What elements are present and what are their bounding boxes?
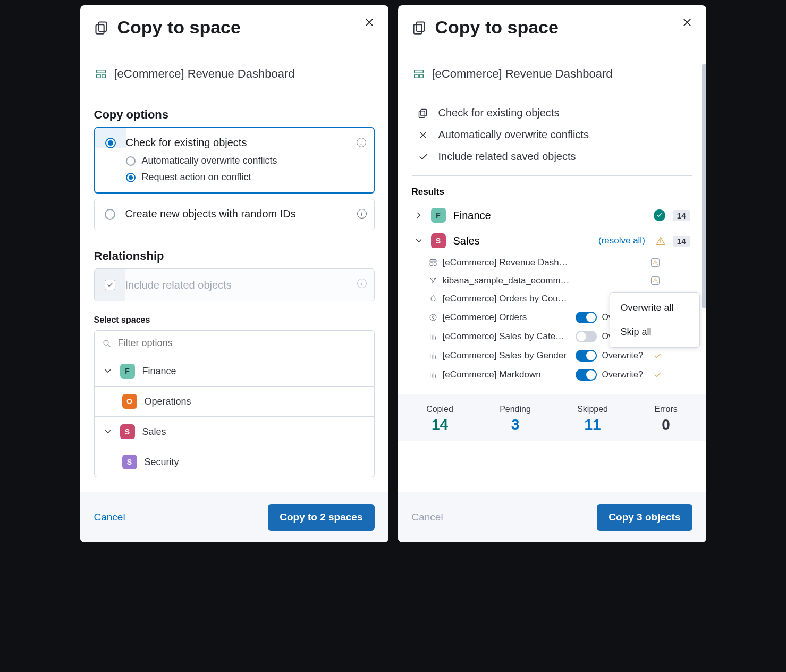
- object-type-icon: [429, 371, 437, 379]
- overwrite-label: Overwrite?: [602, 351, 648, 360]
- object-label: [eCommerce] Revenue Dash…: [443, 257, 570, 268]
- copy-to-space-panel-step1: Copy to space [eCommerce] Revenue Dashbo…: [80, 5, 388, 542]
- filter-spaces-input[interactable]: [117, 337, 367, 349]
- space-row-finance[interactable]: F Finance: [95, 356, 374, 387]
- filter-spaces-input-wrapper[interactable]: [94, 330, 375, 356]
- svg-point-20: [432, 282, 434, 283]
- suboption-request-action[interactable]: Request action on conflict: [126, 172, 366, 183]
- space-label: Operations: [145, 396, 191, 407]
- panel-header: Copy to space: [80, 5, 388, 54]
- panel-footer: Cancel Copy 3 objects: [398, 492, 706, 542]
- svg-rect-0: [98, 22, 106, 31]
- svg-point-17: [655, 264, 655, 264]
- overwrite-switch[interactable]: [576, 369, 597, 381]
- svg-rect-12: [419, 111, 425, 117]
- copy-submit-button[interactable]: Copy to 2 spaces: [268, 504, 374, 531]
- overwrite-label: Overwrite?: [602, 370, 648, 380]
- svg-rect-3: [96, 74, 100, 78]
- object-label: [eCommerce] Sales by Cate…: [443, 331, 570, 342]
- x-icon: [418, 130, 428, 140]
- space-row-sales[interactable]: S Sales: [95, 417, 374, 447]
- source-object-name: [eCommerce] Revenue Dashboard: [114, 67, 295, 81]
- result-object-row: [eCommerce] MarkdownOverwrite?: [429, 365, 692, 384]
- popover-overwrite-all[interactable]: Overwrite all: [610, 296, 699, 320]
- radio-icon: [126, 156, 136, 166]
- check-icon: [418, 152, 428, 162]
- cancel-button[interactable]: Cancel: [94, 511, 125, 523]
- svg-point-13: [660, 242, 661, 243]
- warning-icon: [651, 276, 660, 285]
- check-icon: [653, 351, 662, 360]
- info-icon[interactable]: i: [357, 209, 367, 219]
- warning-icon: [651, 258, 660, 267]
- option-check-existing[interactable]: Check for existing objects Automatically…: [94, 127, 375, 194]
- option-create-new-ids[interactable]: Create new objects with random IDs i: [94, 199, 375, 230]
- copy-icon: [418, 108, 428, 119]
- checkbox-icon: [105, 280, 115, 290]
- chevron-down-icon[interactable]: [414, 236, 424, 246]
- chevron-down-icon: [103, 366, 113, 376]
- close-button[interactable]: [362, 15, 377, 30]
- space-badge-sales: S: [431, 233, 446, 248]
- summary-include-related: Include related saved objects: [417, 150, 692, 163]
- overwrite-switch[interactable]: [576, 350, 597, 362]
- check-icon: [653, 371, 662, 379]
- overwrite-switch[interactable]: [576, 331, 597, 342]
- popover-skip-all[interactable]: Skip all: [610, 320, 699, 344]
- close-button[interactable]: [680, 15, 695, 30]
- suboption-auto-overwrite[interactable]: Automatically overwrite conflicts: [126, 155, 366, 166]
- svg-rect-8: [414, 70, 423, 73]
- svg-point-21: [655, 282, 655, 282]
- info-icon[interactable]: i: [357, 279, 367, 288]
- source-object-row: [eCommerce] Revenue Dashboard: [94, 54, 375, 94]
- suboption-request-action-label: Request action on conflict: [142, 172, 251, 183]
- chevron-right-icon[interactable]: [414, 211, 424, 220]
- dashboard-icon: [95, 68, 107, 80]
- scrollbar[interactable]: [702, 64, 706, 308]
- svg-rect-11: [420, 109, 426, 116]
- panel-title: Copy to space: [117, 17, 241, 38]
- panel-footer: Cancel Copy to 2 spaces: [80, 492, 388, 542]
- result-group-name: Sales: [453, 235, 591, 247]
- result-count: 14: [673, 210, 690, 221]
- copy-submit-button[interactable]: Copy 3 objects: [597, 504, 692, 531]
- svg-rect-7: [413, 24, 421, 33]
- svg-rect-9: [414, 74, 418, 78]
- result-object-row: kibana_sample_data_ecomm…: [429, 272, 692, 290]
- copy-icon: [94, 20, 109, 35]
- svg-rect-16: [434, 263, 436, 265]
- space-badge-finance: F: [431, 208, 446, 223]
- svg-rect-2: [96, 70, 105, 73]
- overwrite-switch[interactable]: [576, 312, 597, 323]
- copy-stats: Copied 14 Pending 3 Skipped 11 Errors 0: [398, 394, 706, 441]
- close-icon: [682, 17, 692, 28]
- svg-rect-4: [102, 74, 105, 78]
- option-check-existing-label: Check for existing objects: [126, 137, 366, 149]
- space-row-operations[interactable]: O Operations: [95, 387, 374, 417]
- include-related-objects[interactable]: Include related objects i: [94, 268, 375, 301]
- result-group-finance[interactable]: F Finance 14: [412, 203, 692, 228]
- source-object-name: [eCommerce] Revenue Dashboard: [432, 67, 613, 81]
- result-group-sales[interactable]: S Sales (resolve all) 14: [412, 228, 692, 254]
- object-type-icon: [429, 351, 437, 360]
- relationship-heading: Relationship: [94, 249, 375, 263]
- select-spaces-heading: Select spaces: [94, 315, 375, 325]
- stat-copied: Copied 14: [426, 405, 453, 433]
- result-group-name: Finance: [453, 209, 646, 222]
- dashboard-icon: [413, 68, 425, 80]
- space-label: Finance: [142, 366, 176, 377]
- option-create-new-ids-label: Create new objects with random IDs: [125, 208, 367, 220]
- space-row-security[interactable]: S Security: [95, 447, 374, 477]
- object-label: [eCommerce] Orders: [443, 312, 570, 323]
- space-badge-sales: S: [120, 424, 135, 439]
- result-object-row: [eCommerce] Revenue Dash…: [429, 254, 692, 272]
- info-icon[interactable]: i: [357, 138, 366, 147]
- result-count: 14: [673, 236, 690, 247]
- svg-rect-1: [96, 24, 104, 33]
- cancel-button[interactable]: Cancel: [412, 511, 443, 523]
- svg-point-5: [104, 340, 108, 345]
- copy-options-heading: Copy options: [94, 108, 375, 122]
- space-label: Security: [145, 457, 179, 468]
- resolve-all-link[interactable]: (resolve all): [598, 236, 645, 246]
- results-heading: Results: [412, 187, 692, 197]
